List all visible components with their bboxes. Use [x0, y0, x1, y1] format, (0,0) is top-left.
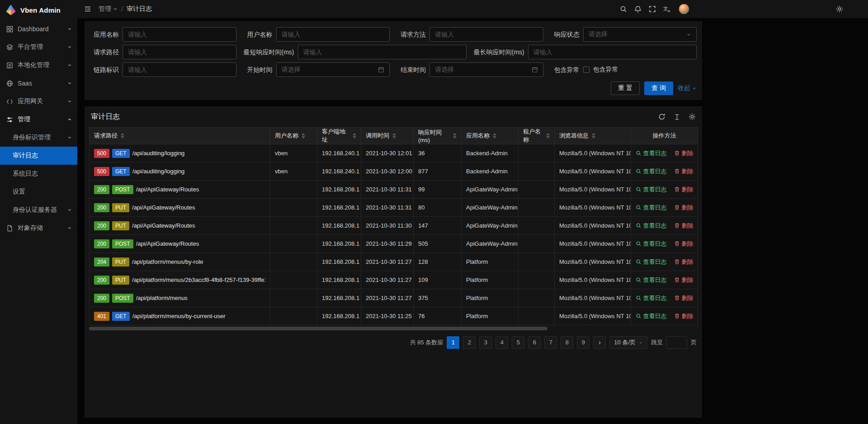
sidebar-item-saas[interactable]: Saas [0, 74, 77, 92]
view-log-button[interactable]: 查看日志 [636, 258, 667, 266]
app-name-input[interactable] [123, 27, 236, 42]
sidebar-item-manage[interactable]: 管理 [0, 110, 77, 129]
search-icon[interactable] [620, 5, 627, 13]
sort-carets-icon[interactable] [546, 133, 550, 138]
sort-carets-icon[interactable] [121, 133, 124, 138]
col-header-elapsed[interactable]: 响应时间(ms) [414, 128, 462, 144]
sidebar-item-dashboard[interactable]: Dashboard [0, 20, 77, 38]
col-header-client[interactable]: 客户端地址 [317, 128, 361, 144]
refresh-icon[interactable] [658, 113, 665, 120]
bell-icon[interactable] [634, 5, 642, 13]
has-exception-checkbox[interactable] [583, 67, 590, 73]
delete-button[interactable]: 删除 [674, 204, 693, 212]
view-log-button[interactable]: 查看日志 [636, 204, 667, 212]
menu-fold-icon[interactable] [84, 5, 91, 13]
trash-icon [674, 259, 680, 265]
cell-call-time: 2021-10-30 11:25 [361, 307, 414, 325]
sidebar-item-localization[interactable]: 本地化管理 [0, 56, 77, 74]
cell-tenant-name [519, 162, 555, 181]
delete-button[interactable]: 删除 [674, 186, 693, 194]
jump-page-input[interactable] [666, 336, 687, 349]
request-path-input[interactable] [123, 45, 236, 59]
cell-browser-info: Mozilla/5.0 (Windows NT 10.0; Win [555, 271, 631, 289]
collapse-link[interactable]: 收起 [678, 84, 697, 92]
breadcrumb-parent[interactable]: 管理 [99, 5, 118, 13]
page-button-3[interactable]: 3 [479, 336, 492, 349]
page-button-1[interactable]: 1 [447, 336, 459, 349]
cell-user [270, 235, 317, 253]
page-button-4[interactable]: 4 [495, 336, 508, 349]
col-header-browser[interactable]: 浏览器信息 [555, 128, 631, 144]
scrollbar-thumb[interactable] [89, 327, 547, 330]
sort-carets-icon[interactable] [592, 133, 595, 138]
query-button[interactable]: 查 询 [644, 81, 673, 95]
sort-carets-icon[interactable] [493, 133, 496, 138]
view-log-button[interactable]: 查看日志 [636, 167, 667, 176]
svg-text:A: A [668, 9, 670, 13]
trace-id-input[interactable] [123, 62, 236, 77]
view-log-button[interactable]: 查看日志 [636, 149, 667, 157]
delete-button[interactable]: 删除 [674, 312, 693, 320]
trash-icon [674, 277, 680, 283]
sidebar: Vben Admin Dashboard平台管理本地化管理Saas应用网关管理身… [0, 0, 77, 424]
view-log-button[interactable]: 查看日志 [636, 186, 667, 194]
cell-app-name: Platform [462, 307, 519, 325]
delete-button[interactable]: 删除 [674, 258, 693, 266]
page-button-7[interactable]: 7 [544, 336, 557, 349]
sort-carets-icon[interactable] [353, 133, 356, 138]
delete-button[interactable]: 删除 [674, 276, 693, 284]
page-button-6[interactable]: 6 [528, 336, 541, 349]
page-button-5[interactable]: 5 [512, 336, 524, 349]
sidebar-item-auth-server[interactable]: 身份认证服务器 [0, 201, 77, 219]
column-settings-icon[interactable] [689, 113, 696, 120]
col-header-tenant[interactable]: 租户名称 [519, 128, 555, 144]
end-time-picker[interactable]: 请选择 [429, 62, 543, 77]
user-name-input[interactable] [276, 27, 390, 42]
http-method-input[interactable] [429, 27, 543, 42]
settings-gear-icon[interactable] [836, 0, 843, 18]
sidebar-item-settings[interactable]: 设置 [0, 183, 77, 201]
column-height-icon[interactable] [674, 114, 680, 120]
sidebar-item-platform[interactable]: 平台管理 [0, 38, 77, 56]
view-log-button[interactable]: 查看日志 [636, 294, 667, 302]
sidebar-item-audit-log[interactable]: 审计日志 [0, 147, 77, 165]
min-time-input[interactable] [298, 45, 467, 59]
cell-request-path: 200PUT/api/ApiGateway/Routes [90, 199, 270, 217]
view-log-button[interactable]: 查看日志 [636, 276, 667, 284]
view-log-button[interactable]: 查看日志 [636, 240, 667, 248]
next-page-button[interactable] [593, 336, 606, 349]
view-log-button[interactable]: 查看日志 [636, 222, 667, 230]
view-log-button[interactable]: 查看日志 [636, 312, 667, 320]
cell-client-address: 192.168.208.1 [317, 307, 361, 325]
delete-button[interactable]: 删除 [674, 240, 693, 248]
fullscreen-icon[interactable] [649, 5, 656, 13]
delete-button[interactable]: 删除 [674, 149, 693, 157]
col-header-time[interactable]: 调用时间 [361, 128, 414, 144]
start-time-picker[interactable]: 请选择 [276, 62, 390, 77]
max-time-input[interactable] [528, 45, 697, 59]
sort-carets-icon[interactable] [453, 133, 457, 138]
sort-carets-icon[interactable] [302, 133, 305, 138]
page-button-9[interactable]: 9 [577, 336, 590, 349]
sidebar-item-object-storage[interactable]: 对象存储 [0, 219, 77, 237]
delete-button[interactable]: 删除 [674, 294, 693, 302]
avatar[interactable] [679, 4, 689, 14]
sort-carets-icon[interactable] [392, 133, 396, 138]
translate-icon[interactable]: 文A [663, 5, 671, 13]
cell-elapsed-ms: 128 [414, 253, 462, 271]
cell-tenant-name [519, 144, 555, 162]
page-size-select[interactable]: 10 条/页 [609, 336, 647, 349]
sidebar-item-gateway[interactable]: 应用网关 [0, 92, 77, 110]
http-status-select[interactable]: 请选择 [583, 27, 697, 42]
page-button-2[interactable]: 2 [463, 336, 476, 349]
app-logo[interactable]: Vben Admin [0, 0, 77, 20]
delete-button[interactable]: 删除 [674, 167, 693, 176]
col-header-user[interactable]: 用户名称 [270, 128, 317, 144]
col-header-app[interactable]: 应用名称 [462, 128, 519, 144]
delete-button[interactable]: 删除 [674, 222, 693, 230]
col-header-path[interactable]: 请求路径 [90, 128, 270, 144]
sidebar-item-system-log[interactable]: 系统日志 [0, 165, 77, 183]
page-button-8[interactable]: 8 [561, 336, 573, 349]
sidebar-item-identity[interactable]: 身份标识管理 [0, 129, 77, 147]
reset-button[interactable]: 重 置 [611, 81, 640, 95]
